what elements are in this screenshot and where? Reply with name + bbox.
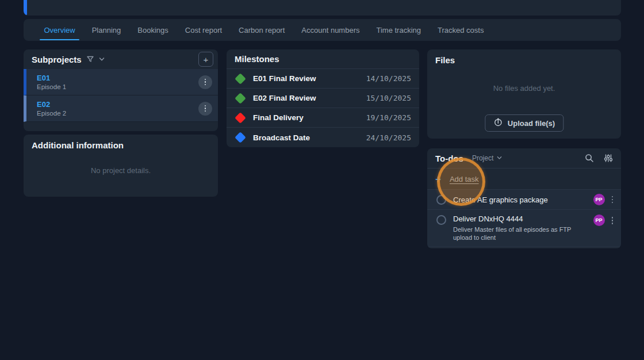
assignee-avatar: PP — [593, 215, 605, 226]
search-icon[interactable] — [585, 154, 594, 163]
add-subproject-button[interactable]: + — [198, 52, 213, 67]
milestone-row[interactable]: E01 Final Review 14/10/2025 — [227, 69, 419, 89]
subproject-code: E02 — [37, 100, 66, 109]
project-tab-bar: Overview Planning Bookings Cost report C… — [24, 19, 621, 41]
milestone-date: 24/10/2025 — [366, 133, 411, 142]
milestone-diamond-icon — [235, 112, 246, 124]
milestone-label: E02 Final Review — [253, 94, 316, 102]
additional-info-title: Additional information — [24, 135, 218, 150]
kebab-menu-icon[interactable] — [610, 194, 616, 206]
todo-task-row[interactable]: Deliver DNxHQ 4444 Deliver Master files … — [427, 210, 621, 247]
subproject-text: E01 Episode 1 — [37, 74, 66, 90]
chevron-down-icon — [497, 154, 502, 162]
milestone-diamond-icon — [235, 93, 246, 104]
subprojects-header: Subprojects + — [24, 49, 218, 69]
milestone-row[interactable]: E02 Final Review 15/10/2025 — [227, 89, 419, 108]
tab-carbon-report[interactable]: Carbon report — [231, 19, 293, 41]
milestone-diamond-icon — [235, 73, 246, 85]
kebab-menu-icon[interactable] — [610, 215, 616, 227]
task-subtitle: Deliver Master files of all episodes as … — [453, 225, 574, 242]
subproject-name: Episode 1 — [37, 83, 66, 90]
task-body: Deliver DNxHQ 4444 Deliver Master files … — [453, 215, 574, 242]
task-title: Deliver DNxHQ 4444 — [453, 215, 574, 223]
filter-sliders-icon[interactable] — [604, 154, 613, 163]
filter-funnel-icon[interactable] — [86, 55, 94, 63]
milestones-title: Milestones — [235, 54, 279, 64]
kebab-menu-icon[interactable] — [198, 75, 212, 89]
todos-title: To-dos — [435, 154, 463, 163]
subprojects-panel: Subprojects + E01 Episode 1 E02 Episode … — [24, 49, 218, 131]
tab-cost-report[interactable]: Cost report — [177, 19, 230, 41]
subproject-row-e01[interactable]: E01 Episode 1 — [24, 69, 218, 95]
subproject-name: Episode 2 — [37, 110, 66, 117]
chevron-down-icon[interactable] — [99, 56, 105, 62]
tab-bookings[interactable]: Bookings — [129, 19, 177, 41]
upload-icon — [493, 118, 503, 129]
milestones-panel: Milestones E01 Final Review 14/10/2025 E… — [227, 49, 419, 147]
additional-info-panel: Additional information No project detail… — [24, 135, 218, 197]
todos-scope-label: Project — [472, 154, 493, 162]
milestone-label: Broadcast Date — [253, 133, 310, 142]
milestone-date: 15/10/2025 — [366, 94, 411, 102]
tab-planning[interactable]: Planning — [83, 19, 129, 41]
milestone-label: E01 Final Review — [253, 74, 316, 83]
add-task-link[interactable]: Add task — [450, 175, 479, 183]
files-panel: Files No files added yet. Upload file(s) — [427, 49, 621, 139]
milestones-header: Milestones — [227, 49, 419, 69]
subprojects-title: Subprojects — [32, 55, 82, 64]
milestone-date: 19/10/2025 — [366, 113, 411, 122]
top-cutoff-panel — [24, 0, 621, 16]
tab-account-numbers[interactable]: Account numbers — [293, 19, 368, 41]
task-checkbox[interactable] — [436, 215, 446, 225]
subproject-text: E02 Episode 2 — [37, 100, 66, 117]
subproject-code: E01 — [37, 74, 66, 82]
todos-header: To-dos Project — [427, 148, 621, 168]
task-body: Create AE graphics package — [453, 196, 548, 204]
plus-icon: + — [435, 174, 441, 184]
milestone-row[interactable]: Final Delivery 19/10/2025 — [227, 108, 419, 128]
upload-button-label: Upload file(s) — [508, 119, 555, 128]
files-title: Files — [427, 49, 621, 65]
additional-info-empty-text: No project details. — [24, 166, 218, 175]
todos-scope-dropdown[interactable]: Project — [472, 154, 502, 162]
milestone-row[interactable]: Broadcast Date 24/10/2025 — [227, 128, 419, 147]
tab-overview[interactable]: Overview — [36, 19, 83, 41]
subproject-row-e02[interactable]: E02 Episode 2 — [24, 95, 218, 122]
todo-task-row[interactable]: Create AE graphics package PP — [427, 190, 621, 210]
task-title: Create AE graphics package — [453, 196, 548, 204]
assignee-avatar: PP — [593, 194, 605, 205]
task-checkbox[interactable] — [436, 195, 446, 205]
milestone-date: 14/10/2025 — [366, 74, 411, 83]
selected-row-accent — [24, 0, 27, 16]
milestone-label: Final Delivery — [253, 113, 304, 122]
add-task-row[interactable]: + Add task — [427, 168, 621, 190]
todos-panel: To-dos Project + Add task Create AE grap… — [427, 148, 621, 248]
tab-tracked-costs[interactable]: Tracked costs — [430, 19, 492, 41]
upload-files-button[interactable]: Upload file(s) — [485, 114, 564, 132]
milestone-diamond-icon — [235, 132, 246, 143]
kebab-menu-icon[interactable] — [198, 102, 212, 116]
files-empty-text: No files added yet. — [427, 84, 621, 93]
tab-time-tracking[interactable]: Time tracking — [368, 19, 430, 41]
